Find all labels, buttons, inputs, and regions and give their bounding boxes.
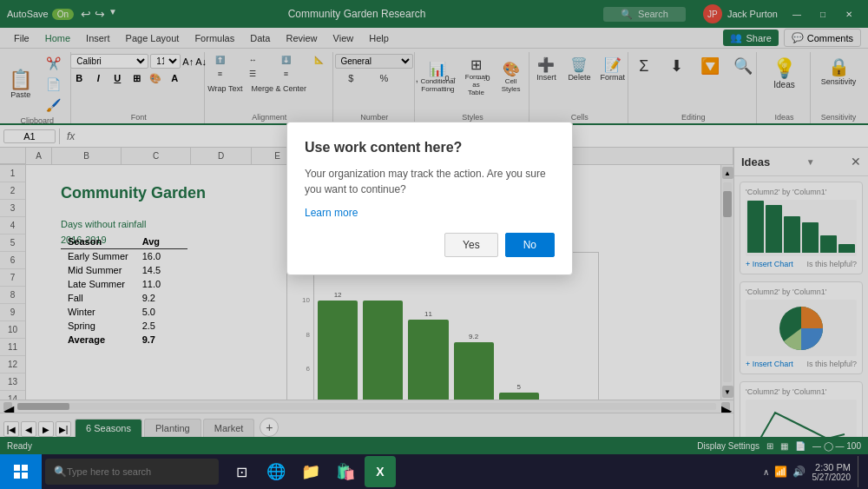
edge-browser-icon[interactable]: 🌐 [260,456,292,487]
windows-start-button[interactable] [0,454,42,489]
volume-icon[interactable]: 🔊 [792,466,806,478]
taskbar-search-icon: 🔍 [54,466,67,478]
store-icon[interactable]: 🛍️ [330,456,361,487]
taskbar-time: 2:30 PM [815,462,851,472]
dialog-learn-more-link[interactable]: Learn more [305,207,358,219]
task-view-icon[interactable]: ⊡ [226,456,257,487]
taskbar-search-box[interactable]: 🔍 [45,459,219,485]
dialog-overlay: Use work content here? Your organization… [0,0,868,489]
dialog-buttons: Yes No [305,233,555,257]
taskbar: 🔍 ⊡ 🌐 📁 🛍️ X ∧ 📶 🔊 2:30 PM 5/27/2020 [0,454,868,489]
network-icon[interactable]: 📶 [774,466,787,478]
taskbar-right: ∧ 📶 🔊 2:30 PM 5/27/2020 [763,456,869,487]
taskbar-app-icons: ⊡ 🌐 📁 🛍️ X [226,456,396,487]
taskbar-search-input[interactable] [67,466,197,477]
dialog-body: Your organization may track the action. … [305,166,555,197]
dialog-no-button[interactable]: No [505,233,555,257]
dialog-title: Use work content here? [305,140,555,155]
excel-taskbar-icon[interactable]: X [365,456,396,487]
dialog-yes-button[interactable]: Yes [444,233,498,257]
clock-area: 2:30 PM 5/27/2020 [812,462,852,482]
file-explorer-icon[interactable]: 📁 [295,456,326,487]
system-tray-icons: ∧ 📶 🔊 [763,466,806,478]
use-work-content-dialog: Use work content here? Your organization… [286,122,573,275]
windows-logo-icon [14,465,28,479]
chevron-up-icon[interactable]: ∧ [763,467,769,477]
show-desktop-button[interactable] [858,456,861,487]
taskbar-date: 5/27/2020 [812,472,852,482]
